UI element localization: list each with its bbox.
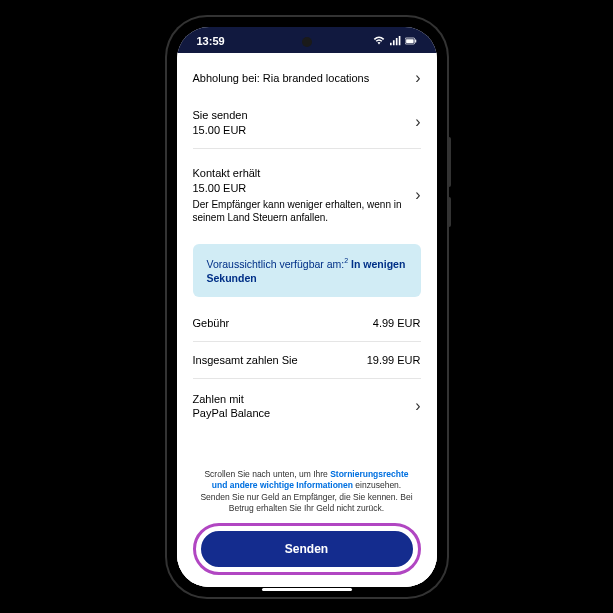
chevron-right-icon: › <box>407 113 420 131</box>
scroll-area[interactable]: Abholung bei: Ria branded locations › Si… <box>177 53 437 463</box>
you-send-label: Sie senden <box>193 109 408 121</box>
total-label: Insgesamt zahlen Sie <box>193 354 298 366</box>
contact-receives-label: Kontakt erhält <box>193 167 408 179</box>
pay-method: PayPal Balance <box>193 407 408 419</box>
chevron-right-icon: › <box>407 397 420 415</box>
fee-row: Gebühr 4.99 EUR <box>193 309 421 337</box>
status-time: 13:59 <box>197 35 225 47</box>
chevron-right-icon: › <box>407 69 420 87</box>
send-button-highlight: Senden <box>193 523 421 575</box>
contact-receives-note: Der Empfänger kann weniger erhalten, wen… <box>193 198 408 224</box>
footer: Scrollen Sie nach unten, um Ihre Stornie… <box>177 463 437 587</box>
availability-sup: 2 <box>344 257 348 264</box>
contact-receives-row[interactable]: Kontakt erhält 15.00 EUR Der Empfänger k… <box>193 153 421 232</box>
svg-rect-2 <box>415 39 416 42</box>
pickup-label: Abholung bei: Ria branded locations <box>193 72 408 84</box>
total-value: 19.99 EUR <box>367 354 421 366</box>
fee-label: Gebühr <box>193 317 230 329</box>
divider <box>193 148 421 149</box>
availability-banner: Voraussichtlich verfügbar am:2 In wenige… <box>193 244 421 298</box>
you-send-row[interactable]: Sie senden 15.00 EUR › <box>193 95 421 144</box>
content-area: Abholung bei: Ria branded locations › Si… <box>177 53 437 587</box>
pay-with-label: Zahlen mit <box>193 393 408 405</box>
signal-icon <box>389 36 401 46</box>
fee-value: 4.99 EUR <box>373 317 421 329</box>
status-bar: 13:59 <box>177 27 437 53</box>
chevron-right-icon: › <box>407 186 420 204</box>
total-row: Insgesamt zahlen Sie 19.99 EUR <box>193 346 421 374</box>
pickup-row[interactable]: Abholung bei: Ria branded locations › <box>193 61 421 95</box>
disclaimer-part1: Scrollen Sie nach unten, um Ihre <box>204 469 330 479</box>
availability-prefix: Voraussichtlich verfügbar am: <box>207 257 345 269</box>
you-send-value: 15.00 EUR <box>193 124 408 136</box>
svg-rect-1 <box>406 39 414 43</box>
contact-receives-value: 15.00 EUR <box>193 182 408 194</box>
battery-icon <box>405 36 417 46</box>
status-icons <box>373 36 417 46</box>
pay-with-row[interactable]: Zahlen mit PayPal Balance › <box>193 383 421 421</box>
divider <box>193 378 421 379</box>
divider <box>193 341 421 342</box>
wifi-icon <box>373 36 385 46</box>
disclaimer-text: Scrollen Sie nach unten, um Ihre Stornie… <box>193 469 421 523</box>
send-button[interactable]: Senden <box>199 529 415 569</box>
